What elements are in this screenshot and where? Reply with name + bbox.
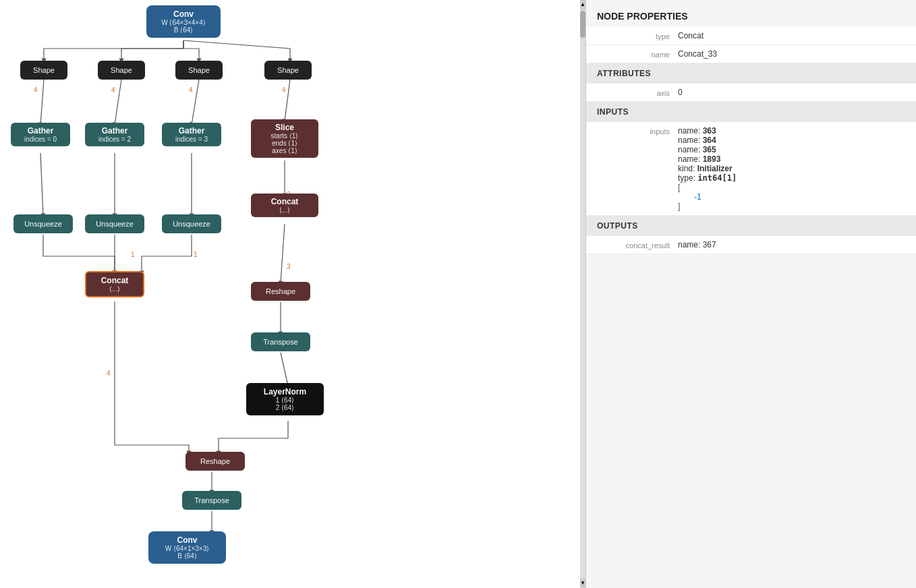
- type-label: type: [597, 31, 678, 40]
- graph-panel[interactable]: 4 4 4 4 2 3 1 1 4 Conv W ⟨64×3×4×4⟩B ⟨64…: [0, 0, 580, 588]
- prop-row-type: type Concat: [586, 27, 916, 45]
- reshape-bottom-label: Reshape: [200, 457, 230, 465]
- shape1-label: Shape: [33, 66, 55, 74]
- edge-label-4b: 4: [111, 86, 115, 94]
- gather3-sub: indices = 3: [166, 136, 217, 143]
- node-shape-4[interactable]: Shape: [264, 61, 312, 80]
- svg-line-9: [281, 224, 285, 283]
- transpose-bottom-label: Transpose: [194, 496, 229, 504]
- concat-result-label: concat_result: [597, 240, 678, 249]
- prop-row-inputs: inputs name: 363 name: 364 name: 365 nam…: [586, 122, 916, 216]
- axis-value: 0: [678, 88, 905, 97]
- concat-main-title: Concat: [92, 276, 138, 285]
- node-gather-3[interactable]: Gather indices = 3: [162, 123, 221, 146]
- shape3-label: Shape: [188, 66, 210, 74]
- node-gather-1[interactable]: Gather indices = 0: [11, 123, 70, 146]
- node-conv-top[interactable]: Conv W ⟨64×3×4×4⟩B ⟨64⟩: [146, 5, 221, 38]
- gather1-sub: indices = 0: [15, 136, 66, 143]
- shape4-label: Shape: [277, 66, 299, 74]
- prop-row-concat-result: concat_result name: 367: [586, 236, 916, 254]
- inputs-header: INPUTS: [586, 102, 916, 122]
- inputs-label: inputs: [597, 126, 678, 136]
- node-shape-1[interactable]: Shape: [20, 61, 67, 80]
- vertical-scrollbar[interactable]: ▲ ▼: [580, 0, 585, 588]
- input-bracket-open: [: [678, 183, 905, 192]
- inputs-values: name: 363 name: 364 name: 365 name: 1893…: [678, 126, 905, 211]
- prop-row-name: name Concat_33: [586, 45, 916, 63]
- transpose-top-label: Transpose: [263, 338, 298, 346]
- input-bracket-close: ]: [678, 202, 905, 211]
- concat-result-value: name: 367: [678, 240, 905, 249]
- node-unsqueeze-1[interactable]: Unsqueeze: [13, 214, 73, 233]
- gather2-title: Gather: [89, 126, 140, 136]
- shape2-label: Shape: [111, 66, 132, 74]
- conv-top-sub: W ⟨64×3×4×4⟩B ⟨64⟩: [152, 19, 215, 34]
- edge-label-4c: 4: [189, 86, 193, 94]
- reshape-top-label: Reshape: [266, 287, 295, 295]
- svg-line-1: [115, 80, 121, 125]
- input-name-363: name: 363: [678, 126, 905, 136]
- node-transpose-bottom[interactable]: Transpose: [182, 491, 241, 510]
- node-unsqueeze-2[interactable]: Unsqueeze: [85, 214, 144, 233]
- input-type: type: int64[1]: [678, 173, 905, 183]
- conv-bottom-sub: W ⟨64×1×3×3⟩B ⟨64⟩: [154, 545, 221, 560]
- conv-top-title: Conv: [152, 9, 215, 19]
- node-shape-3[interactable]: Shape: [175, 61, 223, 80]
- unsqueeze3-label: Unsqueeze: [173, 220, 210, 228]
- edge-label-4a: 4: [34, 86, 38, 94]
- node-layernorm[interactable]: LayerNorm 1 ⟨64⟩2 ⟨64⟩: [246, 383, 324, 415]
- node-properties-header: NODE PROPERTIES: [586, 0, 916, 27]
- gather3-title: Gather: [166, 126, 217, 136]
- edge-label-4d: 4: [282, 86, 286, 94]
- svg-line-4: [40, 153, 43, 216]
- input-kind: kind: Initializer: [678, 164, 905, 173]
- edge-label-4e: 4: [107, 370, 111, 377]
- prop-row-axis: axis 0: [586, 84, 916, 102]
- name-label: name: [597, 49, 678, 59]
- edge-label-3: 3: [287, 263, 291, 270]
- node-unsqueeze-3[interactable]: Unsqueeze: [162, 214, 221, 233]
- gather2-sub: indices = 2: [89, 136, 140, 143]
- layernorm-sub: 1 ⟨64⟩2 ⟨64⟩: [252, 396, 318, 411]
- node-conv-bottom[interactable]: Conv W ⟨64×1×3×3⟩B ⟨64⟩: [148, 531, 226, 564]
- concat-right-sub: ⟨...⟩: [256, 206, 313, 214]
- axis-label: axis: [597, 88, 678, 97]
- unsqueeze2-label: Unsqueeze: [96, 220, 134, 228]
- edge-label-1a: 1: [131, 251, 135, 258]
- node-reshape-top[interactable]: Reshape: [251, 282, 310, 301]
- node-reshape-bottom[interactable]: Reshape: [185, 452, 245, 471]
- node-transpose-top[interactable]: Transpose: [251, 332, 310, 351]
- type-value: Concat: [678, 31, 905, 40]
- node-slice[interactable]: Slice starts ⟨1⟩ends ⟨1⟩axes ⟨1⟩: [251, 119, 318, 158]
- node-shape-2[interactable]: Shape: [98, 61, 145, 80]
- layernorm-title: LayerNorm: [252, 387, 318, 396]
- scroll-thumb[interactable]: [580, 11, 585, 38]
- svg-line-0: [40, 80, 44, 125]
- node-concat-main[interactable]: Concat ⟨...⟩: [85, 271, 144, 297]
- edge-label-1b: 1: [194, 251, 198, 258]
- unsqueeze1-label: Unsqueeze: [24, 220, 62, 228]
- slice-sub: starts ⟨1⟩ends ⟨1⟩axes ⟨1⟩: [256, 132, 313, 154]
- name-value: Concat_33: [678, 49, 905, 59]
- concat-main-sub: ⟨...⟩: [92, 285, 138, 293]
- properties-panel: NODE PROPERTIES type Concat name Concat_…: [585, 0, 916, 588]
- input-name-365: name: 365: [678, 145, 905, 154]
- input-name-1893: name: 1893: [678, 154, 905, 164]
- node-concat-right[interactable]: Concat ⟨...⟩: [251, 194, 318, 217]
- input-name-364: name: 364: [678, 136, 905, 145]
- outputs-header: OUTPUTS: [586, 216, 916, 236]
- svg-line-11: [281, 353, 288, 386]
- scroll-down-btn[interactable]: ▼: [580, 579, 585, 588]
- slice-title: Slice: [256, 123, 313, 132]
- concat-right-title: Concat: [256, 197, 313, 206]
- attributes-header: ATTRIBUTES: [586, 63, 916, 84]
- input-value-neg1: -1: [678, 192, 905, 202]
- conv-bottom-title: Conv: [154, 535, 221, 545]
- gather1-title: Gather: [15, 126, 66, 136]
- node-gather-2[interactable]: Gather indices = 2: [85, 123, 144, 146]
- scroll-up-btn[interactable]: ▲: [580, 0, 585, 9]
